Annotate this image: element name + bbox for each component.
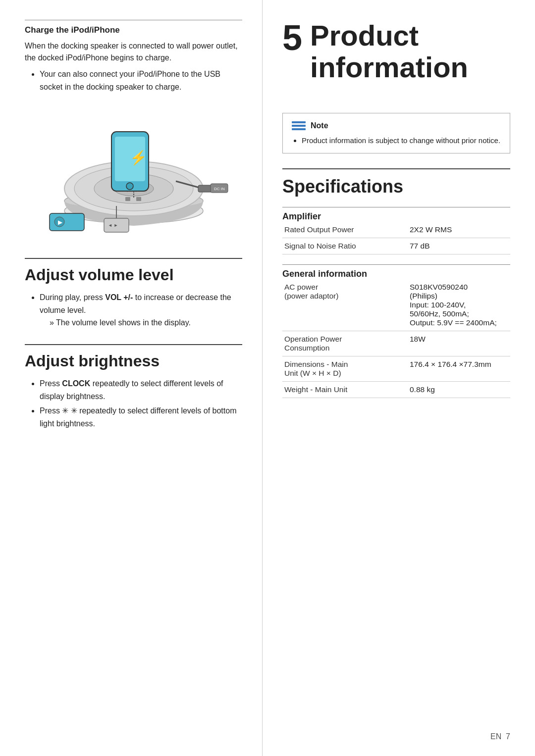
note-box: Note Product information is subject to c… <box>282 113 510 154</box>
brightness-bullet1: Press CLOCK repeatedly to select differe… <box>40 377 242 403</box>
amp-row2-value: 77 dB <box>408 238 510 254</box>
table-row: AC power(power adaptor) S018KV0590240(Ph… <box>282 279 510 331</box>
svg-rect-25 <box>292 125 306 127</box>
chapter-header: 5 Productinformation <box>282 20 510 98</box>
gen-row4-value: 0.88 kg <box>408 382 510 398</box>
right-column: 5 Productinformation Note Product inform <box>263 0 535 756</box>
charge-bullet1: Your can also connect your iPod/iPhone t… <box>40 68 242 93</box>
footer-lang: EN <box>490 732 501 741</box>
adjust-volume-list: During play, press VOL +/- to increase o… <box>40 291 242 329</box>
adjust-volume-bullet1: During play, press VOL +/- to increase o… <box>40 291 242 329</box>
adjust-brightness-title: Adjust brightness <box>25 344 242 370</box>
amplifier-table: Rated Output Power 2X2 W RMS Signal to N… <box>282 222 510 254</box>
charge-para1: When the docking speaker is connected to… <box>25 40 242 64</box>
svg-text:DC IN: DC IN <box>214 187 225 191</box>
brightness-bullet2: Press ✳ ✳ repeatedly to select different… <box>40 404 242 430</box>
amp-row2-label: Signal to Noise Ratio <box>282 238 408 254</box>
svg-text:◄ ►: ◄ ► <box>108 223 118 228</box>
table-row: Dimensions - MainUnit (W × H × D) 176.4 … <box>282 356 510 382</box>
note-header: Note <box>292 120 501 131</box>
vol-pre: During play, press <box>40 293 105 302</box>
amp-row1-value: 2X2 W RMS <box>408 222 510 238</box>
general-table: AC power(power adaptor) S018KV0590240(Ph… <box>282 279 510 398</box>
amplifier-section-header: Amplifier Rated Output Power 2X2 W RMS S… <box>282 207 510 254</box>
adjust-volume-title: Adjust volume level <box>25 258 242 284</box>
svg-rect-24 <box>292 121 306 123</box>
page-footer: EN 7 <box>490 732 510 741</box>
brightness-text2: Press ✳ ✳ repeatedly to select different… <box>40 406 236 428</box>
brightness-pre1: Press <box>40 379 62 388</box>
amplifier-title: Amplifier <box>282 207 510 222</box>
charge-section: Charge the iPod/iPhone When the docking … <box>25 20 242 93</box>
clock-bold: CLOCK <box>62 379 90 388</box>
note-label: Note <box>311 121 328 130</box>
svg-text:⚡: ⚡ <box>130 150 147 166</box>
svg-rect-16 <box>125 197 130 201</box>
gen-row4-label: Weight - Main Unit <box>282 382 408 398</box>
gen-row2-value: 18W <box>408 331 510 356</box>
gen-row1-label: AC power(power adaptor) <box>282 279 408 331</box>
amp-row1-label: Rated Output Power <box>282 222 408 238</box>
gen-row3-label: Dimensions - MainUnit (W × H × D) <box>282 356 408 382</box>
svg-text:▶: ▶ <box>58 219 63 226</box>
vol-sub-bullet: The volume level shows in the display. <box>50 316 242 329</box>
table-row: Signal to Noise Ratio 77 dB <box>282 238 510 254</box>
gen-row2-label: Operation PowerConsumption <box>282 331 408 356</box>
charge-title: Charge the iPod/iPhone <box>25 20 242 35</box>
svg-rect-26 <box>292 128 306 130</box>
gen-row3-value: 176.4 × 176.4 ×77.3mm <box>408 356 510 382</box>
chapter-number: 5 <box>282 20 302 55</box>
table-row: Weight - Main Unit 0.88 kg <box>282 382 510 398</box>
speaker-illustration: philips ⚡ DC IN <box>35 102 233 243</box>
general-title: General information <box>282 264 510 279</box>
footer-page: 7 <box>506 732 510 741</box>
adjust-brightness-list: Press CLOCK repeatedly to select differe… <box>40 377 242 430</box>
gen-row1-value: S018KV0590240(Philips)Input: 100-240V,50… <box>408 279 510 331</box>
vol-bold: VOL +/- <box>105 293 133 302</box>
table-row: Rated Output Power 2X2 W RMS <box>282 222 510 238</box>
general-section-header: General information AC power(power adapt… <box>282 264 510 398</box>
chapter-title-text: Productinformation <box>310 20 468 83</box>
chapter-title: 5 Productinformation <box>282 20 510 98</box>
table-row: Operation PowerConsumption 18W <box>282 331 510 356</box>
svg-point-10 <box>126 183 133 190</box>
note-bullet: Product information is subject to change… <box>302 135 501 147</box>
left-column: Charge the iPod/iPhone When the docking … <box>0 0 263 756</box>
note-icon <box>292 120 306 131</box>
spec-title: Specifications <box>282 168 510 197</box>
svg-rect-17 <box>136 197 141 201</box>
